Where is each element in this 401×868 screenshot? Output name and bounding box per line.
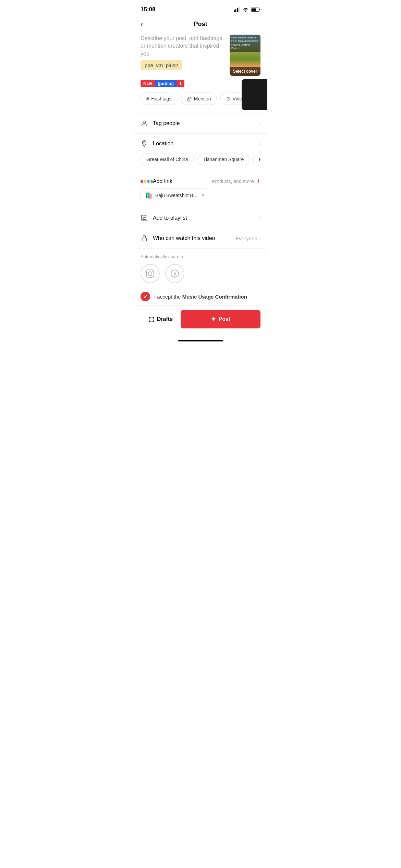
shopping-bag-icon: 🛍️: [145, 192, 153, 199]
add-link-label: Add link: [153, 178, 212, 184]
location-chip-0[interactable]: Great Wall of China: [141, 154, 194, 165]
check-circle[interactable]: ✓: [141, 292, 150, 301]
dot-yellow: [144, 180, 146, 183]
svg-point-8: [143, 121, 145, 123]
music-confirm-text: I accept the Music Usage Confirmation: [154, 294, 247, 300]
post-button[interactable]: ✦ Post: [181, 310, 260, 328]
location-chips: Great Wall of China Tiananmen Square Pek…: [141, 154, 260, 171]
svg-rect-6: [259, 9, 260, 10]
music-confirm-row: ✓ I accept the Music Usage Confirmation: [141, 286, 260, 305]
share-section: Automatically share to:: [141, 249, 260, 286]
music-confirm-prefix: I accept the: [154, 294, 182, 300]
svg-rect-2: [237, 8, 238, 12]
wifi-icon: [243, 7, 249, 12]
facebook-share-button[interactable]: [165, 264, 184, 283]
tag-people-label: Tag people: [153, 120, 259, 126]
home-indicator: [134, 335, 267, 346]
hashtag-icon: #: [146, 96, 149, 102]
add-link-row[interactable]: Add link Products, and more. +: [141, 171, 260, 189]
page-header: ‹ Post: [134, 17, 267, 31]
music-confirm-bold: Music Usage Confirmation: [182, 294, 247, 300]
tag-people-chevron: ›: [259, 120, 260, 126]
location-row[interactable]: Location ›: [141, 134, 260, 154]
status-bar: 15:08: [134, 0, 267, 17]
svg-point-9: [144, 142, 145, 143]
drafts-label: Drafts: [157, 316, 173, 322]
instagram-share-button[interactable]: [141, 264, 160, 283]
hashtags-button[interactable]: # Hashtags: [141, 93, 178, 105]
nle-badge[interactable]: NLE(public)1: [141, 80, 184, 87]
checkmark-icon: ✓: [143, 293, 148, 300]
svg-point-15: [148, 272, 152, 276]
back-button[interactable]: ‹: [141, 20, 143, 29]
post-label: Post: [219, 316, 231, 322]
svg-rect-1: [235, 9, 236, 12]
dot-green: [150, 180, 153, 183]
svg-rect-13: [142, 238, 147, 241]
svg-rect-14: [146, 270, 154, 277]
dot-red: [141, 180, 143, 183]
mention-label: Mention: [194, 96, 211, 101]
who-can-watch-value: Everyone: [235, 236, 257, 241]
location-chip-1[interactable]: Tiananmen Square: [197, 154, 250, 165]
share-label: Automatically share to:: [141, 254, 260, 259]
product-tag-name: Baju Sweatshirt B...: [155, 193, 197, 198]
description-text-wrap: Describe your post, add hashtags, or men…: [141, 35, 226, 76]
playlist-icon: [141, 214, 153, 222]
video-thumbnail[interactable]: Nice Fleece Material Fit in CasualOccasi…: [230, 35, 260, 76]
upload-icon: ✦: [211, 315, 216, 323]
product-tag[interactable]: 🛍️ Baju Sweatshirt B... ×: [141, 189, 209, 202]
signal-icon: [234, 7, 241, 12]
svg-point-16: [152, 271, 153, 272]
page-title: Post: [194, 21, 207, 28]
add-to-playlist-row[interactable]: Add to playlist ›: [141, 208, 260, 228]
who-can-watch-chevron: ›: [259, 235, 260, 241]
video-thumbnail-overlay: Nice Fleece Material Fit in CasualOccasi…: [230, 35, 260, 52]
add-to-playlist-label: Add to playlist: [153, 215, 259, 221]
svg-rect-7: [252, 9, 256, 11]
location-chip-2[interactable]: Peking University: [253, 154, 260, 165]
main-content: Describe your post, add hashtags, or men…: [134, 35, 267, 305]
status-icons: [234, 7, 260, 12]
dots-icon: [141, 180, 153, 183]
share-icons-row: [141, 264, 260, 283]
dark-block: [242, 79, 267, 110]
location-chevron: ›: [259, 141, 260, 147]
autocomplete-badge: ppe_vm_plus2: [141, 60, 182, 70]
playlist-chevron: ›: [259, 215, 260, 221]
select-cover-label[interactable]: Select cover: [230, 67, 260, 76]
bottom-bar: ⬚ Drafts ✦ Post: [134, 305, 267, 335]
who-can-watch-label: Who can watch this video: [153, 235, 235, 241]
location-label: Location: [153, 141, 259, 147]
drafts-button[interactable]: ⬚ Drafts: [141, 310, 181, 328]
nle-badge-part3: 1: [177, 80, 184, 87]
status-time: 15:08: [141, 6, 155, 13]
plus-icon: +: [256, 177, 260, 185]
svg-marker-11: [143, 217, 145, 219]
drafts-icon: ⬚: [148, 315, 154, 323]
svg-point-4: [245, 11, 246, 12]
location-icon: [141, 140, 153, 147]
add-link-right[interactable]: Products, and more. +: [212, 177, 260, 185]
lock-icon: [141, 234, 153, 242]
mention-button[interactable]: @ Mention: [181, 93, 217, 105]
who-can-watch-row[interactable]: Who can watch this video Everyone ›: [141, 228, 260, 248]
tag-people-row[interactable]: Tag people ›: [141, 113, 260, 133]
battery-icon: [251, 7, 260, 12]
description-area: Describe your post, add hashtags, or men…: [141, 35, 260, 76]
mention-icon: @: [187, 96, 192, 102]
hashtags-label: Hashtags: [151, 96, 171, 101]
play-icon: ⊙: [226, 96, 231, 102]
svg-rect-0: [234, 10, 235, 12]
nle-badge-part1: NLE: [141, 80, 155, 87]
description-placeholder[interactable]: Describe your post, add hashtags, or men…: [141, 35, 226, 58]
dot-blue: [147, 180, 150, 183]
products-and-more-text: Products, and more.: [212, 179, 255, 184]
person-icon: [141, 120, 153, 127]
svg-rect-3: [239, 7, 240, 12]
home-bar: [178, 340, 223, 341]
nle-badge-part2: (public): [155, 80, 177, 87]
product-tag-close-button[interactable]: ×: [201, 192, 204, 198]
